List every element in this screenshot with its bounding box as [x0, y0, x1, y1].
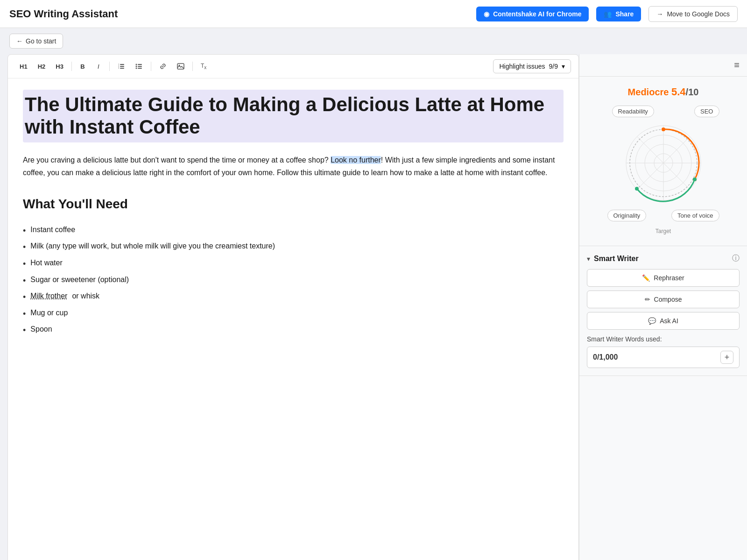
- smart-writer-header: ▾ Smart Writer ⓘ: [587, 254, 740, 263]
- clear-format-icon: Tx: [201, 63, 206, 70]
- toolbar-separator-1: [71, 62, 72, 71]
- h2-button[interactable]: H2: [34, 61, 50, 72]
- svg-point-23: [662, 128, 665, 131]
- main-layout: H1 H2 H3 B I 1 2 3: [0, 54, 747, 560]
- ask-ai-icon: 💬: [648, 317, 656, 325]
- score-mediocre-text: Mediocre: [628, 87, 669, 97]
- list-item-text: Milk (any type will work, but whole milk…: [30, 240, 275, 252]
- share-label: Share: [615, 10, 634, 18]
- compose-icon: ✏: [645, 296, 650, 303]
- list-item: Spoon: [23, 322, 564, 339]
- readability-label[interactable]: Readability: [612, 106, 654, 117]
- hamburger-menu-icon[interactable]: ≡: [734, 60, 740, 71]
- google-docs-label: Move to Google Docs: [667, 10, 730, 18]
- chevron-down-icon: ▾: [562, 63, 565, 70]
- highlight-label: Highlight issues: [499, 63, 545, 70]
- words-count-value: 0/1,000: [593, 353, 618, 362]
- toolbar-separator-4: [192, 62, 193, 71]
- highlight-dropdown[interactable]: Highlight issues 9/9 ▾: [493, 59, 571, 73]
- rephraser-button[interactable]: ✏️ Rephraser: [587, 269, 740, 287]
- list-item-text: Mug or cup: [30, 306, 68, 319]
- svg-point-25: [635, 187, 639, 191]
- compose-button[interactable]: ✏ Compose: [587, 291, 740, 308]
- toolbar-separator-2: [109, 62, 110, 71]
- share-icon: 👥: [604, 10, 612, 18]
- ask-ai-button[interactable]: 💬 Ask AI: [587, 312, 740, 330]
- sub-header: ← Go to start: [0, 28, 747, 54]
- ordered-list-button[interactable]: 1 2 3: [113, 60, 129, 72]
- add-words-button[interactable]: +: [720, 351, 733, 364]
- go-to-start-button[interactable]: ← Go to start: [9, 34, 63, 49]
- svg-point-26: [693, 177, 697, 181]
- list-item-text: Spoon: [30, 323, 52, 335]
- seo-label[interactable]: SEO: [694, 106, 719, 117]
- info-icon[interactable]: ⓘ: [732, 254, 740, 263]
- editor-toolbar: H1 H2 H3 B I 1 2 3: [8, 55, 578, 78]
- ordered-list-icon: 1 2 3: [118, 63, 125, 70]
- intro-highlight: Look no further: [331, 156, 381, 164]
- score-label: Mediocre 5.4/10: [628, 86, 699, 98]
- arrow-left-icon: ←: [16, 37, 23, 45]
- h1-button[interactable]: H1: [15, 61, 32, 72]
- app-title: SEO Writing Assistant: [9, 8, 469, 20]
- share-button[interactable]: 👥 Share: [596, 7, 641, 21]
- compose-label: Compose: [654, 296, 682, 303]
- list-item: Milk frother or whisk: [23, 289, 564, 305]
- go-to-start-label: Go to start: [26, 37, 56, 45]
- target-label: Target: [655, 228, 671, 234]
- smart-writer-title: Smart Writer: [594, 255, 728, 263]
- words-counter: 0/1,000 +: [587, 347, 740, 368]
- article-title: The Ultimate Guide to Making a Delicious…: [23, 90, 564, 142]
- svg-text:3: 3: [118, 67, 120, 69]
- ingredients-list: Instant coffee Milk (any type will work,…: [23, 222, 564, 339]
- chevron-down-icon[interactable]: ▾: [587, 255, 590, 262]
- score-total: /10: [686, 87, 699, 97]
- rephraser-label: Rephraser: [654, 274, 684, 282]
- svg-rect-7: [138, 66, 142, 67]
- list-item: Sugar or sweetener (optional): [23, 272, 564, 289]
- list-item-text: Instant coffee: [30, 223, 75, 236]
- image-button[interactable]: [173, 60, 189, 72]
- app-header: SEO Writing Assistant ◉ Contentshake AI …: [0, 0, 747, 28]
- editor-content[interactable]: The Ultimate Guide to Making a Delicious…: [8, 78, 578, 560]
- google-docs-button[interactable]: → Move to Google Docs: [648, 6, 738, 22]
- link-button[interactable]: [155, 60, 171, 72]
- originality-label[interactable]: Originality: [607, 210, 647, 221]
- h3-button[interactable]: H3: [51, 61, 68, 72]
- clear-format-button[interactable]: Tx: [197, 60, 211, 72]
- list-item-text: Milk frother: [30, 290, 67, 302]
- svg-rect-1: [120, 66, 124, 67]
- intro-text-1: Are you craving a delicious latte but do…: [23, 156, 331, 164]
- unordered-list-button[interactable]: [131, 60, 147, 72]
- rephraser-icon: ✏️: [642, 274, 650, 282]
- right-panel-header: ≡: [579, 54, 747, 77]
- radar-svg: [619, 119, 708, 207]
- list-item-text-2: or whisk: [72, 290, 99, 302]
- unordered-list-icon: [135, 63, 143, 70]
- contentshake-label: Contentshake AI for Chrome: [493, 10, 581, 18]
- words-count-number: 0: [593, 353, 597, 361]
- editor-panel: H1 H2 H3 B I 1 2 3: [7, 54, 579, 560]
- docs-arrow-icon: →: [656, 10, 663, 18]
- contentshake-button[interactable]: ◉ Contentshake AI for Chrome: [476, 7, 589, 21]
- score-value: 5.4: [671, 86, 686, 98]
- list-item: Mug or cup: [23, 305, 564, 322]
- svg-rect-0: [120, 64, 124, 65]
- link-icon: [159, 63, 167, 70]
- bold-button[interactable]: B: [76, 61, 90, 72]
- right-panel: ≡ Mediocre 5.4/10 Readability SEO: [579, 54, 747, 560]
- ask-ai-label: Ask AI: [660, 317, 678, 325]
- list-item-text: Hot water: [30, 256, 62, 269]
- italic-button[interactable]: I: [92, 61, 106, 72]
- score-section: Mediocre 5.4/10 Readability SEO: [579, 77, 747, 246]
- svg-rect-6: [138, 64, 142, 65]
- article-intro: Are you craving a delicious latte but do…: [23, 154, 564, 179]
- words-used-label: Smart Writer Words used:: [587, 335, 740, 343]
- smart-writer-section: ▾ Smart Writer ⓘ ✏️ Rephraser ✏ Compose …: [579, 246, 747, 376]
- svg-rect-8: [138, 68, 142, 69]
- tone-of-voice-label[interactable]: Tone of voice: [671, 210, 719, 221]
- list-item-text: Sugar or sweetener (optional): [30, 273, 129, 286]
- svg-point-9: [135, 64, 137, 65]
- section1-heading: What You'll Need: [23, 194, 564, 215]
- list-item: Hot water: [23, 255, 564, 272]
